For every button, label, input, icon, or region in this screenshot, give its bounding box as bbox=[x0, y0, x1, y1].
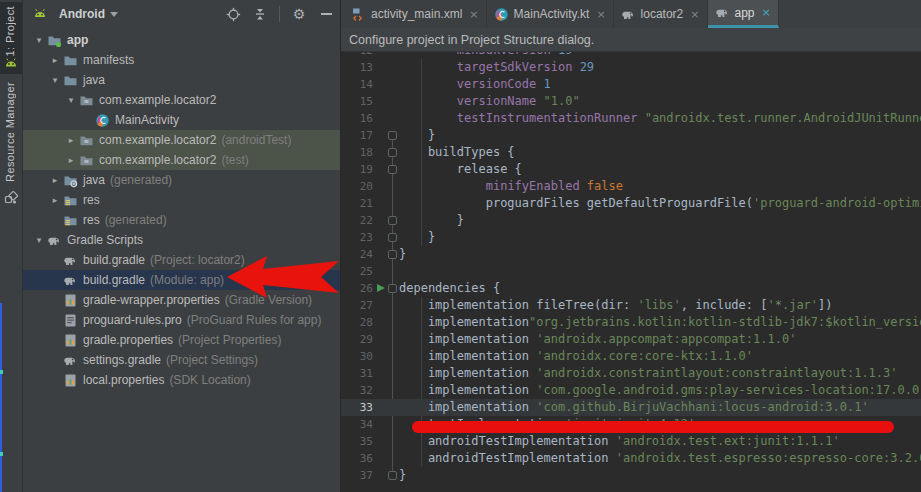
tree-item-gradle-properties-project-properties[interactable]: gradle.properties(Project Properties) bbox=[23, 330, 340, 350]
code-line[interactable]: 26dependencies { bbox=[341, 280, 921, 297]
view-selector[interactable]: Android bbox=[59, 7, 105, 21]
code-line[interactable]: 19 release { bbox=[341, 161, 921, 178]
kotlin-icon bbox=[494, 7, 509, 22]
code-text: } bbox=[399, 212, 464, 229]
code-line[interactable]: 14 versionCode 1 bbox=[341, 76, 921, 93]
tree-item-java-generated[interactable]: ▸java(generated) bbox=[23, 170, 340, 190]
code-line[interactable]: 28 implementation"org.jetbrains.kotlin:k… bbox=[341, 314, 921, 331]
fold-end-icon[interactable] bbox=[388, 131, 397, 140]
close-icon[interactable]: × bbox=[469, 8, 478, 21]
code-line[interactable]: 13 targetSdkVersion 29 bbox=[341, 59, 921, 76]
code-line[interactable]: 27 implementation fileTree(dir: 'libs', … bbox=[341, 297, 921, 314]
code-line[interactable]: 21 proguardFiles getDefaultProguardFile(… bbox=[341, 195, 921, 212]
locate-file-button[interactable] bbox=[225, 6, 241, 22]
line-number: 30 bbox=[341, 348, 373, 365]
code-line[interactable]: 33 implementation 'com.github.BirjuVachh… bbox=[341, 399, 921, 416]
code-line[interactable]: 23 } bbox=[341, 229, 921, 246]
line-number: 33 bbox=[341, 399, 373, 416]
props-icon bbox=[63, 293, 78, 308]
code-line[interactable]: 12 minSdkVersion 19 bbox=[341, 52, 921, 59]
tree-item-local-properties-sdk-location[interactable]: local.properties(SDK Location) bbox=[23, 370, 340, 390]
code-line[interactable]: 31 implementation 'androidx.constraintla… bbox=[341, 365, 921, 382]
tree-item-label: com.example.locator2 bbox=[99, 133, 216, 147]
chevron-collapsed-icon[interactable]: ▸ bbox=[63, 135, 79, 145]
tree-item-res[interactable]: ▸res bbox=[23, 190, 340, 210]
fold-end-icon[interactable] bbox=[388, 233, 397, 242]
code-line[interactable]: 25 bbox=[341, 263, 921, 280]
line-number: 28 bbox=[341, 314, 373, 331]
code-line[interactable]: 29 implementation 'androidx.appcompat:ap… bbox=[341, 331, 921, 348]
tab-label: MainActivity.kt bbox=[514, 7, 590, 21]
close-icon[interactable]: × bbox=[690, 8, 699, 21]
code-line[interactable]: 24} bbox=[341, 246, 921, 263]
code-line[interactable]: 18 buildTypes { bbox=[341, 144, 921, 161]
code-line[interactable]: 20 minifyEnabled false bbox=[341, 178, 921, 195]
tree-item-gradle-scripts[interactable]: ▾Gradle Scripts bbox=[23, 230, 340, 250]
tab-activity-main-xml[interactable]: activity_main.xml× bbox=[344, 0, 487, 28]
tab-app[interactable]: app× bbox=[708, 0, 779, 28]
notification-banner[interactable]: Configure project in Project Structure d… bbox=[341, 28, 921, 52]
close-icon[interactable]: × bbox=[596, 8, 605, 21]
android-studio-window: 1: Project Resource Manager Android bbox=[0, 0, 921, 492]
code-line[interactable]: 32 implementation 'com.google.android.gm… bbox=[341, 382, 921, 399]
tab-mainactivity-kt[interactable]: MainActivity.kt× bbox=[487, 0, 614, 28]
chevron-collapsed-icon[interactable]: ▸ bbox=[47, 55, 63, 65]
code-editor[interactable]: 12 minSdkVersion 1913 targetSdkVersion 2… bbox=[341, 52, 921, 492]
fold-end-icon[interactable] bbox=[388, 471, 397, 480]
code-line[interactable]: 16 testInstrumentationRunner "androidx.t… bbox=[341, 110, 921, 127]
tree-item-res-generated[interactable]: res(generated) bbox=[23, 210, 340, 230]
stripe-tab-project[interactable]: 1: Project bbox=[0, 2, 22, 74]
code-line[interactable]: 36 androidTestImplementation 'androidx.t… bbox=[341, 450, 921, 467]
props-icon bbox=[63, 333, 78, 348]
tree-item-qualifier: (ProGuard Rules for app) bbox=[187, 313, 322, 327]
tree-item-qualifier: (Module: app) bbox=[150, 273, 224, 287]
run-gutter-icon[interactable] bbox=[377, 284, 385, 292]
line-number: 35 bbox=[341, 433, 373, 450]
fold-end-icon[interactable] bbox=[388, 250, 397, 259]
tree-item-label: java bbox=[83, 173, 105, 187]
tree-item-com-example-locator2[interactable]: ▾com.example.locator2 bbox=[23, 90, 340, 110]
tree-item-label: settings.gradle bbox=[83, 353, 161, 367]
tree-item-app[interactable]: ▾app bbox=[23, 30, 340, 50]
line-number: 34 bbox=[341, 416, 373, 433]
fold-start-icon[interactable] bbox=[388, 165, 397, 174]
screen-edge-artifact bbox=[0, 452, 3, 456]
tab-locator2[interactable]: locator2× bbox=[614, 0, 708, 28]
tree-item-label: res bbox=[83, 213, 100, 227]
tree-item-mainactivity[interactable]: MainActivity bbox=[23, 110, 340, 130]
chevron-collapsed-icon[interactable]: ▸ bbox=[63, 155, 79, 165]
chevron-expanded-icon[interactable]: ▾ bbox=[47, 75, 63, 85]
code-line[interactable]: 22 } bbox=[341, 212, 921, 229]
tree-item-java[interactable]: ▾java bbox=[23, 70, 340, 90]
tree-item-settings-gradle-project-settings[interactable]: settings.gradle(Project Settings) bbox=[23, 350, 340, 370]
fold-end-icon[interactable] bbox=[388, 216, 397, 225]
chevron-expanded-icon[interactable]: ▾ bbox=[31, 35, 47, 45]
fold-start-icon[interactable] bbox=[388, 148, 397, 157]
code-line[interactable]: 35 androidTestImplementation 'androidx.t… bbox=[341, 433, 921, 450]
chevron-down-icon[interactable] bbox=[110, 12, 118, 17]
tree-item-label: Gradle Scripts bbox=[67, 233, 143, 247]
close-icon[interactable]: × bbox=[762, 6, 771, 19]
collapse-all-button[interactable] bbox=[252, 6, 268, 22]
code-text: implementation 'androidx.appcompat:appco… bbox=[399, 331, 796, 348]
fold-start-icon[interactable] bbox=[388, 284, 397, 293]
code-line[interactable]: 37} bbox=[341, 467, 921, 484]
editor-area: activity_main.xml×MainActivity.kt×locato… bbox=[341, 0, 921, 492]
chevron-collapsed-icon[interactable]: ▸ bbox=[47, 175, 63, 185]
stripe-tab-resource-manager[interactable]: Resource Manager bbox=[0, 78, 22, 208]
chevron-collapsed-icon[interactable]: ▸ bbox=[47, 195, 63, 205]
chevron-expanded-icon[interactable]: ▾ bbox=[31, 235, 47, 245]
tree-item-label: gradle-wrapper.properties bbox=[83, 293, 220, 307]
chevron-expanded-icon[interactable]: ▾ bbox=[63, 95, 79, 105]
code-line[interactable]: 30 implementation 'androidx.core:core-kt… bbox=[341, 348, 921, 365]
hide-panel-button[interactable] bbox=[318, 6, 334, 22]
tree-item-com-example-locator2-test[interactable]: ▸com.example.locator2(test) bbox=[23, 150, 340, 170]
gradle-icon bbox=[621, 7, 636, 22]
code-line[interactable]: 15 versionName "1.0" bbox=[341, 93, 921, 110]
folder-res-icon bbox=[63, 213, 78, 228]
tree-item-manifests[interactable]: ▸manifests bbox=[23, 50, 340, 70]
tree-item-proguard-rules-pro-proguard-rules-for-app[interactable]: proguard-rules.pro(ProGuard Rules for ap… bbox=[23, 310, 340, 330]
code-line[interactable]: 17 } bbox=[341, 127, 921, 144]
gear-icon[interactable]: ⚙ bbox=[291, 6, 307, 22]
tree-item-com-example-locator2-androidtest[interactable]: ▸com.example.locator2(androidTest) bbox=[23, 130, 340, 150]
